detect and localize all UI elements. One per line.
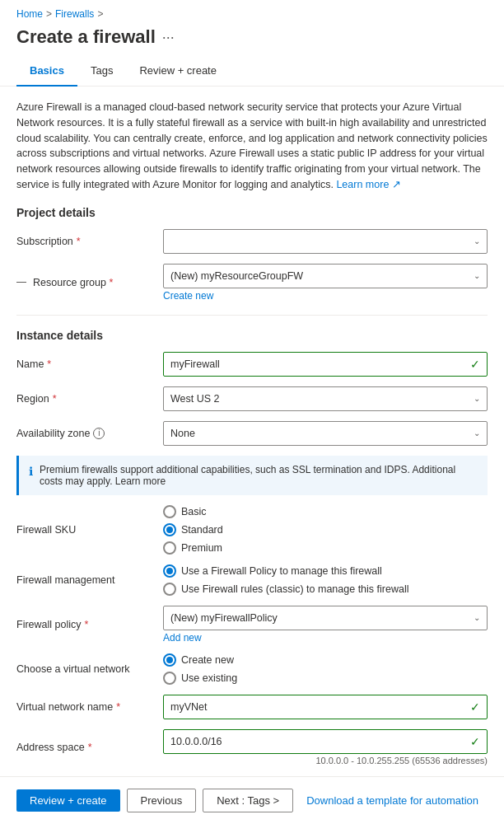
firewall-policy-value: (New) myFirewallPolicy: [170, 612, 278, 624]
previous-button[interactable]: Previous: [127, 789, 197, 812]
address-space-input[interactable]: 10.0.0.0/16 ✓: [163, 729, 488, 754]
description-learn-more-link[interactable]: Learn more ↗: [336, 179, 400, 190]
name-required: *: [47, 358, 51, 370]
download-template-link[interactable]: Download a template for automation: [300, 789, 485, 812]
firewall-policy-chevron-icon: ⌄: [474, 613, 480, 622]
info-box-icon: ℹ: [29, 465, 33, 478]
tab-review-create[interactable]: Review + create: [126, 58, 230, 87]
availability-zone-label: Availability zone i: [16, 428, 156, 439]
breadcrumb-firewalls[interactable]: Firewalls: [55, 8, 94, 20]
sku-premium-label: Premium: [181, 542, 222, 554]
main-content: Azure Firewall is a managed cloud-based …: [0, 87, 504, 824]
virtual-network-row: Choose a virtual network Create new Use …: [16, 653, 488, 685]
rg-chevron-icon: ⌄: [474, 271, 480, 280]
sku-premium-radio[interactable]: [163, 541, 176, 555]
firewall-sku-radio-group: Basic Standard Premium: [163, 505, 488, 555]
create-new-rg-link[interactable]: Create new: [163, 290, 488, 302]
management-classic-option[interactable]: Use Firewall rules (classic) to manage t…: [163, 583, 488, 596]
sku-basic-label: Basic: [181, 506, 207, 517]
management-classic-radio[interactable]: [163, 583, 176, 596]
name-value: myFirewall: [170, 358, 220, 370]
sku-standard-radio[interactable]: [163, 523, 176, 536]
vnet-name-row: Virtual network name * myVNet ✓: [16, 695, 488, 719]
more-options-icon[interactable]: ···: [162, 29, 175, 46]
resource-group-dropdown[interactable]: (New) myResourceGroupFW ⌄: [163, 264, 488, 288]
section-project-details: Project details: [16, 206, 488, 219]
address-space-control: 10.0.0.0/16 ✓ 10.0.0.0 - 10.0.255.255 (6…: [163, 729, 488, 765]
resource-group-label-wrap: Resource group *: [16, 277, 156, 288]
firewall-policy-control: (New) myFirewallPolicy ⌄ Add new: [163, 606, 488, 644]
vnet-create-radio[interactable]: [163, 653, 176, 667]
region-dropdown[interactable]: West US 2 ⌄: [163, 386, 488, 411]
resource-group-control: (New) myResourceGroupFW ⌄ Create new: [163, 264, 488, 302]
next-button[interactable]: Next : Tags >: [203, 789, 293, 812]
subscription-required: *: [77, 236, 81, 247]
region-chevron-icon: ⌄: [474, 394, 480, 403]
vnet-existing-option[interactable]: Use existing: [163, 672, 488, 685]
region-control: West US 2 ⌄: [163, 386, 488, 411]
availability-zone-dropdown[interactable]: None ⌄: [163, 421, 488, 446]
breadcrumb-sep2: >: [97, 8, 103, 20]
firewall-management-radio-group: Use a Firewall Policy to manage this fir…: [163, 564, 488, 596]
tab-tags[interactable]: Tags: [77, 58, 126, 87]
resource-indent: Resource group *: [16, 277, 113, 288]
availability-zone-row: Availability zone i None ⌄: [16, 421, 488, 446]
vnet-existing-radio[interactable]: [163, 672, 176, 685]
vnet-name-required: *: [116, 701, 120, 713]
subscription-label: Subscription *: [16, 236, 156, 247]
sku-standard-option[interactable]: Standard: [163, 523, 488, 536]
name-input[interactable]: myFirewall ✓: [163, 352, 488, 377]
firewall-policy-row: Firewall policy * (New) myFirewallPolicy…: [16, 606, 488, 644]
name-control: myFirewall ✓: [163, 352, 488, 377]
add-new-policy-link[interactable]: Add new: [163, 632, 488, 644]
firewall-management-row: Firewall management Use a Firewall Polic…: [16, 564, 488, 596]
region-row: Region * West US 2 ⌄: [16, 386, 488, 411]
vnet-create-option[interactable]: Create new: [163, 653, 488, 667]
info-box-text: Premium firewalls support additional cap…: [40, 464, 478, 487]
region-required: *: [53, 393, 57, 405]
footer: Review + create Previous Next : Tags > D…: [0, 776, 504, 824]
availability-zone-info-icon[interactable]: i: [93, 428, 105, 439]
page-title: Create a firewall: [16, 26, 156, 48]
name-label: Name *: [16, 358, 156, 370]
subscription-control: ⌄: [163, 229, 488, 254]
vnet-name-value: myVNet: [170, 701, 207, 713]
review-create-button[interactable]: Review + create: [16, 789, 120, 812]
resource-group-value: (New) myResourceGroupFW: [170, 270, 303, 282]
address-space-row: Address space * 10.0.0.0/16 ✓ 10.0.0.0 -…: [16, 729, 488, 765]
description-text: Azure Firewall is a managed cloud-based …: [16, 100, 488, 193]
sku-basic-radio[interactable]: [163, 505, 176, 518]
subscription-dropdown[interactable]: ⌄: [163, 229, 488, 254]
virtual-network-radio-group: Create new Use existing: [163, 653, 488, 685]
management-policy-radio-inner: [166, 568, 173, 574]
vnet-existing-label: Use existing: [181, 672, 237, 684]
tabs-bar: Basics Tags Review + create: [0, 58, 504, 87]
availability-zone-control: None ⌄: [163, 421, 488, 446]
firewall-policy-required: *: [85, 619, 89, 630]
sku-standard-label: Standard: [181, 524, 223, 536]
sku-basic-option[interactable]: Basic: [163, 505, 488, 518]
sku-premium-option[interactable]: Premium: [163, 541, 488, 555]
vnet-name-input[interactable]: myVNet ✓: [163, 695, 488, 719]
breadcrumb: Home > Firewalls >: [0, 0, 504, 23]
management-policy-label: Use a Firewall Policy to manage this fir…: [181, 565, 382, 577]
vnet-create-radio-inner: [166, 657, 173, 663]
vnet-name-label: Virtual network name *: [16, 701, 156, 713]
management-policy-option[interactable]: Use a Firewall Policy to manage this fir…: [163, 564, 488, 578]
sku-standard-radio-inner: [166, 527, 173, 533]
premium-info-box: ℹ Premium firewalls support additional c…: [16, 456, 488, 495]
subscription-chevron-icon: ⌄: [474, 236, 480, 246]
firewall-sku-row: Firewall SKU Basic Standard Premium: [16, 505, 488, 555]
breadcrumb-home[interactable]: Home: [16, 8, 43, 20]
tab-basics[interactable]: Basics: [16, 58, 77, 87]
firewall-sku-label: Firewall SKU: [16, 524, 156, 536]
resource-group-row: Resource group * (New) myResourceGroupFW…: [16, 264, 488, 302]
resource-group-label: Resource group *: [33, 277, 113, 288]
info-box-learn-more-link[interactable]: Learn more: [115, 475, 166, 487]
firewall-policy-dropdown[interactable]: (New) myFirewallPolicy ⌄: [163, 606, 488, 630]
availability-zone-value: None: [170, 428, 195, 439]
region-label: Region *: [16, 393, 156, 405]
vnet-name-valid-icon: ✓: [470, 700, 480, 714]
management-policy-radio[interactable]: [163, 564, 176, 578]
firewall-management-control: Use a Firewall Policy to manage this fir…: [163, 564, 488, 596]
